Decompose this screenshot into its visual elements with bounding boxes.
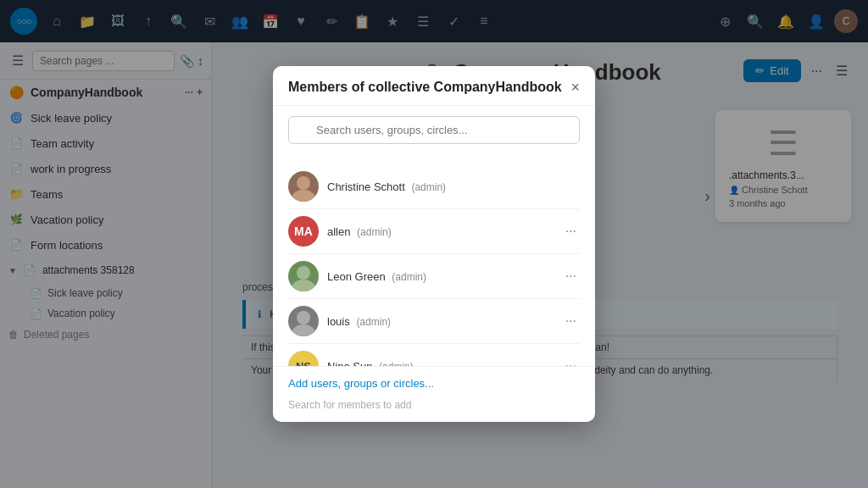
member-name-leon: Leon Green (admin) bbox=[327, 270, 554, 283]
member-name-text-leon: Leon Green bbox=[327, 270, 386, 283]
member-name-text-allen: allen bbox=[327, 225, 350, 238]
modal-header: Members of collective CompanyHandbook × bbox=[273, 66, 595, 106]
member-row-louis: louis (admin) ··· bbox=[288, 299, 580, 344]
member-name-christine: Christine Schott (admin) bbox=[327, 180, 580, 193]
member-avatar-christine bbox=[288, 171, 319, 202]
modal-title: Members of collective CompanyHandbook bbox=[288, 80, 562, 95]
search-members-hint: Search for members to add bbox=[288, 399, 411, 411]
member-row-nina: NS Nina Sun (admin) ··· bbox=[288, 344, 580, 366]
modal-footer: Add users, groups or circles... Search f… bbox=[273, 366, 595, 422]
member-search-wrapper: 🔍 bbox=[288, 116, 580, 154]
member-name-text-christine: Christine Schott bbox=[327, 180, 405, 193]
member-name-allen: allen (admin) bbox=[327, 225, 554, 238]
add-users-link[interactable]: Add users, groups or circles... bbox=[288, 377, 580, 390]
svg-point-1 bbox=[292, 190, 315, 202]
member-name-text-nina: Nina Sun bbox=[327, 360, 372, 367]
member-row-leon: Leon Green (admin) ··· bbox=[288, 254, 580, 299]
member-more-allen[interactable]: ··· bbox=[562, 220, 580, 242]
member-name-text-louis: louis bbox=[327, 315, 350, 328]
member-avatar-louis bbox=[288, 306, 319, 336]
member-avatar-allen: MA bbox=[288, 216, 319, 247]
member-more-nina[interactable]: ··· bbox=[562, 355, 580, 366]
member-row-allen: MA allen (admin) ··· bbox=[288, 209, 580, 254]
member-more-louis[interactable]: ··· bbox=[562, 310, 580, 332]
member-role-leon: (admin) bbox=[392, 271, 426, 283]
modal-overlay[interactable]: Members of collective CompanyHandbook × … bbox=[0, 0, 868, 488]
svg-point-5 bbox=[292, 324, 315, 336]
svg-point-0 bbox=[297, 176, 310, 190]
svg-point-2 bbox=[297, 266, 310, 280]
member-more-leon[interactable]: ··· bbox=[562, 265, 580, 287]
modal-close-button[interactable]: × bbox=[570, 80, 580, 95]
members-modal: Members of collective CompanyHandbook × … bbox=[273, 66, 595, 422]
svg-point-4 bbox=[297, 311, 310, 324]
member-row-christine: Christine Schott (admin) bbox=[288, 164, 580, 209]
member-role-christine: (admin) bbox=[411, 181, 446, 193]
member-name-louis: louis (admin) bbox=[327, 315, 554, 328]
member-search-input[interactable] bbox=[288, 116, 580, 144]
member-avatar-leon bbox=[288, 261, 319, 291]
svg-point-3 bbox=[292, 280, 315, 291]
member-role-allen: (admin) bbox=[357, 226, 392, 238]
modal-body: 🔍 Christine Schott (admin) MA allen (adm… bbox=[273, 106, 595, 366]
member-avatar-nina: NS bbox=[288, 351, 319, 366]
member-name-nina: Nina Sun (admin) bbox=[327, 360, 554, 367]
member-role-louis: (admin) bbox=[356, 316, 391, 328]
